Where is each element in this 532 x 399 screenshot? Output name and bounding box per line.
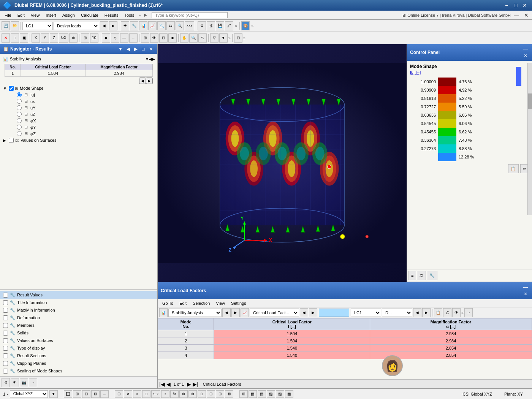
mode-prev-btn[interactable]: ◀ (139, 78, 146, 84)
tb-icon11[interactable]: 💾 (216, 21, 224, 30)
cp-scrollbar-thumb[interactable] (528, 93, 532, 109)
tb2-select[interactable]: ↖ (198, 33, 207, 43)
cp-tb-1[interactable]: ≡ (408, 271, 416, 280)
values-surfaces-checkbox[interactable] (9, 138, 14, 143)
radio-ux-input[interactable] (17, 99, 22, 104)
sb-icon23[interactable]: ▨ (276, 390, 284, 398)
nav-bottom-checkbox-9[interactable] (3, 361, 8, 366)
sb-icon14[interactable]: ⊗ (188, 390, 197, 398)
clf-tb-eye[interactable]: 👁 (452, 308, 461, 317)
sb-icon4[interactable]: ⊠ (91, 390, 100, 398)
nav-bottom-checkbox-4[interactable] (3, 323, 8, 328)
tb2-zoom[interactable]: 🔍 (189, 33, 198, 43)
tb2-shape[interactable]: ◆ (102, 33, 110, 43)
nav-tb-camera[interactable]: 📷 (20, 378, 28, 387)
nav-bottom-checkbox-10[interactable] (3, 369, 8, 374)
clf-tb-export[interactable]: → (464, 308, 473, 317)
nav-prev-btn[interactable]: ◀ (125, 46, 131, 52)
nav-next-btn[interactable]: ▶ (132, 46, 139, 52)
mode-next-btn[interactable]: ▶ (146, 78, 153, 84)
tb-icon8[interactable]: xxx (185, 21, 194, 30)
tb-icon10[interactable]: 🖨 (207, 21, 215, 30)
nav-tb-settings[interactable]: ⚙ (2, 378, 10, 387)
tb2-zaxis[interactable]: Z (50, 33, 58, 43)
stability-prev[interactable]: ◀ (149, 57, 152, 61)
radio-phiz[interactable]: ⊞ φZ (2, 130, 156, 137)
clf-footer-last[interactable]: ▶| (193, 381, 198, 387)
sb-icon22[interactable]: ▧ (267, 390, 275, 398)
radio-uy[interactable]: ⊞ uY (2, 104, 156, 111)
sb-icon19[interactable]: ⊞ (239, 390, 248, 398)
stability-expand[interactable]: ▼ (145, 57, 149, 61)
sb-icon10[interactable]: ⟷ (151, 390, 160, 398)
tb-prev[interactable]: ◀ (100, 21, 108, 30)
nav-bottom-item-4[interactable]: 🔧Members (0, 321, 157, 329)
menu-view[interactable]: View (28, 12, 43, 18)
clf-tb-print[interactable]: 🖨 (443, 308, 451, 317)
sb-icon18[interactable]: ⊠ (225, 390, 233, 398)
clf-row-2[interactable]: 2 1.504 2.984 (158, 337, 532, 345)
menu-edit[interactable]: Edit (14, 12, 28, 18)
tb2-grid[interactable]: ⊞ (141, 33, 149, 43)
nav-close-btn[interactable]: ✕ (147, 46, 154, 52)
tb2-view[interactable]: 👁 (150, 33, 158, 43)
nav-bottom-checkbox-6[interactable] (3, 338, 8, 343)
clf-menu-goto[interactable]: Go To (159, 300, 176, 306)
sb-icon24[interactable]: ▩ (285, 390, 293, 398)
cp-tb-3[interactable]: 🔧 (427, 271, 437, 280)
menu-results[interactable]: Results (101, 12, 122, 18)
sb-icon5[interactable]: → (100, 390, 109, 398)
nav-tb-arrow[interactable]: → (29, 378, 37, 387)
clf-lc-next[interactable]: ▶ (422, 308, 431, 317)
tb2-filter2[interactable]: ▼ (219, 33, 228, 43)
tb2-shape2[interactable]: ◇ (111, 33, 119, 43)
clf-lc-name-select[interactable]: D... (382, 309, 412, 317)
nav-tb-eye[interactable]: 👁 (11, 378, 19, 387)
radio-uz[interactable]: ⊞ uZ (2, 111, 156, 117)
nav-bottom-checkbox-5[interactable] (3, 331, 8, 336)
nav-bottom-checkbox-3[interactable] (3, 315, 8, 320)
radio-phix-input[interactable] (17, 118, 22, 123)
stability-next[interactable]: ▶ (152, 57, 155, 61)
sb-icon6[interactable]: ⊞ (115, 390, 123, 398)
cp-tb-2[interactable]: ⚖ (417, 271, 426, 280)
radio-ux[interactable]: ⊞ ux (2, 98, 156, 104)
nav-bottom-item-10[interactable]: 🔧Scaling of Mode Shapes (0, 367, 157, 375)
clf-lc-select[interactable]: LC1 (351, 309, 381, 317)
clf-menu-edit[interactable]: Edit (176, 300, 190, 306)
clf-row-1[interactable]: 1 1.504 2.984 (158, 330, 532, 337)
cp-close-btn[interactable]: ✕ (522, 52, 529, 59)
nav-bottom-item-1[interactable]: 🔧Title Information (0, 299, 157, 306)
tb2-arrow[interactable]: → (129, 33, 138, 43)
clf-result-prev[interactable]: ◀ (300, 308, 308, 317)
tb-icon7[interactable]: 🔍 (176, 21, 184, 30)
clf-row-4[interactable]: 4 1.540 2.854 (158, 352, 532, 359)
minimize-button[interactable]: − (502, 1, 511, 10)
sb-icon16[interactable]: ⊟ (207, 390, 215, 398)
tb2-xaxis[interactable]: X (32, 33, 40, 43)
stability-analysis-item[interactable]: 📊 Stability Analysis ▼ ◀ ▶ (2, 55, 156, 62)
clf-tb-icon[interactable]: 📊 (159, 308, 168, 317)
sb-icon2[interactable]: ⊞ (73, 390, 81, 398)
nav-bottom-checkbox-8[interactable] (3, 353, 8, 358)
tb2-delete[interactable]: ✕ (2, 33, 10, 43)
sb-icon12[interactable]: ↻ (170, 390, 179, 398)
tb2-solid[interactable]: ■ (168, 33, 177, 43)
clf-tb-copy[interactable]: 📋 (434, 308, 442, 317)
sb-icon1[interactable]: 🔲 (64, 390, 72, 398)
mode-shape-parent[interactable]: ▼ ⊞ Mode Shape (2, 85, 156, 92)
radio-phiy-input[interactable] (17, 125, 22, 130)
nav-bottom-item-5[interactable]: 🔧Solids (0, 329, 157, 337)
radio-phix[interactable]: ⊞ φX (2, 117, 156, 124)
radio-phiz-input[interactable] (17, 131, 22, 136)
nav-bottom-checkbox-7[interactable] (3, 346, 8, 351)
cp-scrollbar[interactable] (527, 63, 532, 215)
clf-footer-first[interactable]: |◀ (159, 381, 165, 387)
maximize-button[interactable]: □ (511, 1, 520, 10)
mode-shape-checkbox[interactable] (9, 86, 14, 91)
tb2-filter[interactable]: ▽ (210, 33, 218, 43)
sb-icon7[interactable]: ✕ (124, 390, 132, 398)
tb2-line[interactable]: — (120, 33, 128, 43)
clf-lc-prev[interactable]: ◀ (413, 308, 421, 317)
sb-icon8[interactable]: ○ (133, 390, 141, 398)
